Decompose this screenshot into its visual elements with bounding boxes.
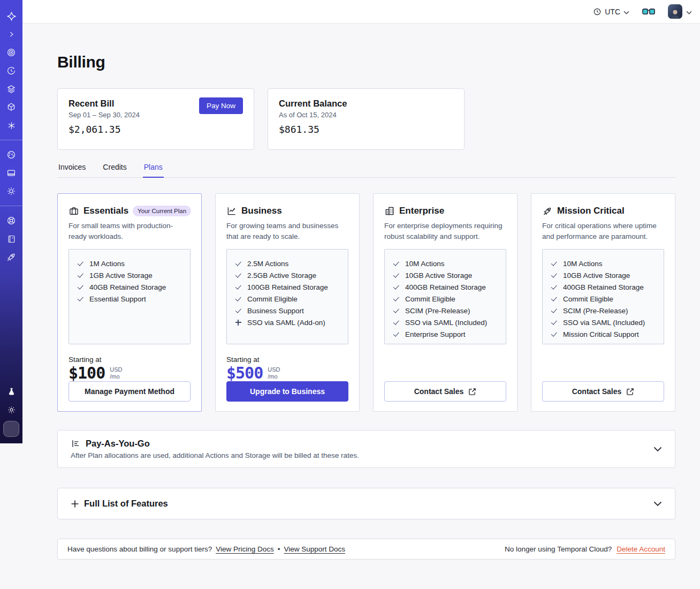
feature-text: Enterprise Support: [405, 330, 466, 338]
feature-text: Commit Eligible: [247, 295, 298, 303]
contact-sales-label: Contact Sales: [572, 387, 622, 396]
usage-gauge-icon[interactable]: [0, 146, 22, 164]
plan-description: For critical operations where uptime and…: [542, 221, 664, 241]
feature-text: 100GB Retained Storage: [247, 283, 328, 291]
labs-flask-icon[interactable]: [0, 382, 22, 401]
contact-sales-button[interactable]: Contact Sales: [542, 381, 664, 402]
delete-question: No longer using Temporal Cloud?: [505, 545, 612, 553]
check-icon: [392, 307, 400, 314]
support-docs-link[interactable]: View Support Docs: [284, 545, 345, 553]
delete-account-link[interactable]: Delete Account: [617, 545, 665, 553]
check-icon: [392, 260, 400, 267]
plan-description: For small teams with production-ready wo…: [69, 221, 191, 241]
feature-text: 10GB Active Storage: [405, 271, 472, 280]
check-icon: [392, 283, 400, 291]
feature-text: 40GB Retained Storage: [89, 283, 166, 291]
theme-sun-icon[interactable]: [0, 401, 22, 419]
check-icon: [550, 319, 558, 326]
check-icon: [550, 307, 558, 314]
contact-sales-button[interactable]: Contact Sales: [384, 381, 506, 402]
sidebar-divider: [0, 206, 22, 206]
billing-active-item[interactable]: [3, 421, 19, 437]
feature-box: 2.5M Actions 2.5GB Active Storage 100GB …: [226, 249, 348, 344]
check-icon: [234, 260, 242, 267]
check-icon: [234, 295, 242, 303]
payg-title: Pay-As-You-Go: [86, 439, 150, 449]
plan-card-business: Business For growing teams and businesse…: [215, 193, 360, 412]
topbar: UTC: [22, 0, 700, 24]
billing-card-icon[interactable]: [0, 164, 22, 182]
full-features-accordion[interactable]: Full List of Features: [57, 488, 675, 519]
pricing-docs-link[interactable]: View Pricing Docs: [216, 545, 274, 553]
starting-at-label: Starting at: [69, 356, 191, 364]
check-icon: [234, 307, 242, 314]
check-icon: [550, 260, 558, 267]
feature-text: Business Support: [247, 307, 304, 315]
manage-payment-button[interactable]: Manage Payment Method: [69, 381, 191, 402]
feature-text: SCIM (Pre-Release): [563, 307, 628, 315]
plan-price: $100: [69, 364, 105, 382]
payg-accordion[interactable]: Pay-As-You-Go After Plan allocations are…: [57, 430, 675, 468]
nexus-asterisk-icon[interactable]: [0, 116, 22, 134]
check-icon: [550, 283, 558, 291]
feature-box: 10M Actions 10GB Active Storage 400GB Re…: [542, 249, 664, 344]
support-lifebuoy-icon[interactable]: [0, 212, 22, 230]
period-label: /mo: [268, 373, 277, 380]
bullet-separator: •: [278, 545, 280, 553]
feature-text: SSO via SAML (Included): [405, 319, 487, 327]
plan-price: $500: [226, 364, 263, 382]
schedules-icon[interactable]: [0, 62, 22, 80]
plan-description: For growing teams and businesses that ar…: [226, 221, 348, 241]
workers-cube-icon[interactable]: [0, 98, 22, 116]
check-icon: [392, 330, 400, 338]
feature-text: 400GB Retained Storage: [405, 283, 486, 291]
feedback-glasses-icon[interactable]: [642, 8, 655, 16]
plan-card-mission-critical: Mission Critical For critical operations…: [531, 193, 675, 412]
feature-text: 10M Actions: [405, 260, 445, 268]
pay-now-button[interactable]: Pay Now: [199, 97, 243, 114]
toolbox-icon: [69, 206, 79, 216]
deployments-icon[interactable]: [0, 80, 22, 98]
tab-credits[interactable]: Credits: [102, 163, 127, 177]
current-balance-asof: As of Oct 15, 2024: [279, 111, 453, 119]
check-icon: [77, 283, 84, 291]
upgrade-business-button[interactable]: Upgrade to Business: [226, 381, 348, 402]
billing-tabs: Invoices Credits Plans: [57, 163, 675, 178]
chevron-down-icon: [686, 7, 692, 17]
check-icon: [550, 271, 558, 279]
starting-at-label: Starting at: [226, 356, 348, 364]
account-menu[interactable]: [668, 4, 692, 19]
tab-plans[interactable]: Plans: [143, 163, 164, 178]
check-icon: [392, 295, 400, 303]
namespaces-icon[interactable]: [0, 43, 22, 62]
check-icon: [77, 271, 84, 279]
recent-bill-amount: $2,061.35: [69, 124, 243, 135]
dollar-coin-icon: [7, 425, 16, 434]
feature-text: 2.5M Actions: [247, 260, 288, 268]
footer-question: Have questions about billing or support …: [67, 545, 212, 553]
plan-name: Mission Critical: [557, 206, 625, 216]
chevron-down-icon[interactable]: [653, 499, 662, 509]
check-icon: [234, 283, 242, 291]
plus-icon: [234, 319, 242, 326]
temporal-logo-icon[interactable]: [0, 7, 22, 25]
buildings-icon: [384, 206, 395, 216]
docs-book-icon[interactable]: [0, 230, 22, 248]
full-features-title: Full List of Features: [84, 499, 168, 509]
check-icon: [77, 295, 84, 303]
timezone-selector[interactable]: UTC: [593, 7, 629, 16]
expand-sidebar-chevron-icon[interactable]: [0, 25, 22, 43]
check-icon: [392, 319, 400, 326]
plan-card-enterprise: Enterprise For enterprise deployments re…: [373, 193, 518, 412]
feature-text: 10M Actions: [563, 260, 603, 268]
footer-card: Have questions about billing or support …: [57, 539, 675, 560]
plus-icon: [71, 500, 79, 508]
chevron-down-icon[interactable]: [653, 444, 662, 454]
tab-invoices[interactable]: Invoices: [57, 163, 87, 177]
feature-text: 400GB Retained Storage: [563, 283, 644, 291]
feature-text: 2.5GB Active Storage: [247, 271, 316, 280]
getting-started-rocket-icon[interactable]: [0, 248, 22, 266]
rocket-icon: [542, 206, 553, 216]
feature-text: 1M Actions: [89, 260, 125, 268]
settings-gear-icon[interactable]: [0, 182, 22, 200]
